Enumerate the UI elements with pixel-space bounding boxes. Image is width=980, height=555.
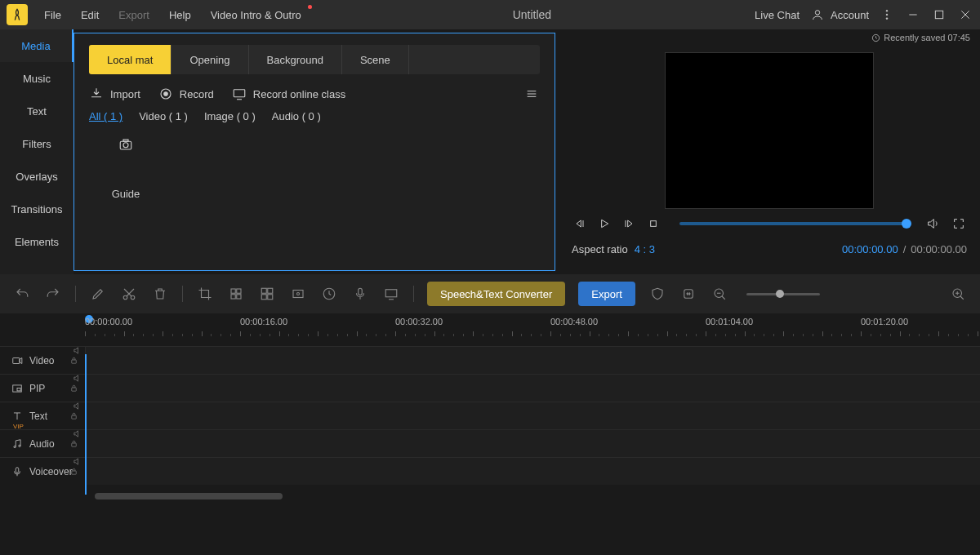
track-label-video: Video [0, 347, 85, 374]
scrollbar-thumb[interactable] [95, 493, 283, 500]
cut-button[interactable] [120, 285, 138, 303]
track-body[interactable] [85, 375, 980, 402]
track-lock-icon[interactable] [65, 411, 82, 420]
track-audio[interactable]: Audio [0, 429, 980, 457]
track-video[interactable]: Video [0, 346, 980, 374]
track-voiceover[interactable]: Voiceover [0, 457, 980, 485]
sidebar-item-overlays[interactable]: Overlays [0, 160, 74, 193]
track-label-text: TextVIP [0, 402, 85, 429]
track-lock-icon[interactable] [65, 356, 82, 365]
sidebar-item-transitions[interactable]: Transitions [0, 193, 74, 225]
svg-rect-24 [651, 221, 657, 227]
menu-help[interactable]: Help [161, 6, 199, 24]
fit-width-icon[interactable] [679, 285, 697, 303]
tab-local-mat[interactable]: Local mat [89, 45, 172, 74]
sidebar-item-media[interactable]: Media [0, 29, 74, 62]
play-button[interactable] [596, 215, 612, 232]
seek-knob[interactable] [902, 219, 911, 229]
tab-opening[interactable]: Opening [172, 45, 248, 74]
app-logo [7, 4, 28, 25]
track-lock-icon[interactable] [65, 384, 82, 393]
playhead-line[interactable] [85, 354, 87, 495]
delete-button[interactable] [151, 285, 169, 303]
voiceover-button[interactable] [351, 285, 369, 303]
fullscreen-icon[interactable] [951, 215, 967, 232]
filter-all[interactable]: All ( 1 ) [89, 110, 122, 122]
seek-bar[interactable] [679, 222, 906, 225]
maximize-button[interactable] [931, 7, 947, 23]
sidebar-item-text[interactable]: Text [0, 95, 74, 127]
undo-button[interactable] [13, 285, 31, 303]
prev-frame-button[interactable] [572, 215, 588, 232]
account-menu[interactable]: Account [809, 7, 869, 23]
zoom-out-icon[interactable] [710, 285, 728, 303]
menu-file[interactable]: File [36, 6, 69, 24]
track-body[interactable] [85, 458, 980, 485]
record-online-label: Record online class [253, 88, 345, 100]
svg-line-43 [722, 296, 725, 300]
tab-scene[interactable]: Scene [342, 45, 409, 74]
sidebar-item-music[interactable]: Music [0, 62, 74, 95]
track-body[interactable] [85, 402, 980, 429]
split-button[interactable] [258, 285, 276, 303]
import-button[interactable]: Import [89, 87, 140, 101]
screen-record-button[interactable] [382, 285, 400, 303]
media-item-guide[interactable]: Guide [89, 137, 163, 200]
timeline-ruler[interactable]: 00:00:00.0000:00:16.0000:00:32.0000:00:4… [85, 313, 980, 346]
shield-icon[interactable] [648, 285, 666, 303]
freeze-frame-button[interactable] [289, 285, 307, 303]
filter-video[interactable]: Video ( 1 ) [139, 110, 188, 122]
edit-button[interactable] [89, 285, 107, 303]
stop-button[interactable] [645, 215, 662, 232]
redo-button[interactable] [44, 285, 62, 303]
close-button[interactable] [957, 7, 973, 23]
menu-edit[interactable]: Edit [73, 6, 107, 24]
duration-button[interactable] [320, 285, 338, 303]
aspect-value[interactable]: 4 : 3 [635, 243, 655, 255]
track-body[interactable] [85, 347, 980, 374]
track-label-pip: PIP [0, 375, 85, 402]
more-icon[interactable] [879, 7, 895, 23]
track-text[interactable]: TextVIP [0, 402, 980, 429]
list-view-icon[interactable] [523, 86, 540, 102]
sidebar-item-filters[interactable]: Filters [0, 127, 74, 160]
menu-intro-outro[interactable]: Video Intro & Outro [203, 6, 310, 24]
crop-button[interactable] [196, 285, 214, 303]
mosaic-button[interactable] [227, 285, 245, 303]
filter-audio[interactable]: Audio ( 0 ) [272, 110, 321, 122]
sidebar-item-elements[interactable]: Elements [0, 225, 74, 258]
track-body[interactable] [85, 430, 980, 457]
titlebar: File Edit Export Help Video Intro & Outr… [0, 0, 980, 29]
svg-point-56 [14, 446, 16, 447]
ruler-label: 00:00:00.00 [85, 317, 132, 326]
track-pip[interactable]: PIP [0, 374, 980, 402]
volume-icon[interactable] [924, 215, 941, 232]
export-button[interactable]: Export [578, 282, 635, 306]
live-chat-link[interactable]: Live Chat [755, 9, 800, 21]
track-lock-icon[interactable] [65, 467, 82, 476]
svg-point-9 [164, 92, 168, 96]
document-title: Untitled [310, 8, 755, 21]
preview-panel: Recently saved 07:45 Aspect ratio 4 : 3 … [559, 29, 980, 274]
svg-rect-55 [71, 415, 76, 419]
timeline-toolbar: Speech&Text Converter Export [0, 274, 980, 313]
track-lock-icon[interactable] [65, 439, 82, 448]
zoom-in-icon[interactable] [949, 285, 967, 303]
svg-rect-31 [261, 288, 266, 293]
record-button[interactable]: Record [158, 87, 214, 101]
svg-rect-49 [13, 357, 20, 363]
speech-text-button[interactable]: Speech&Text Converter [427, 282, 565, 306]
minimize-button[interactable] [905, 7, 921, 23]
next-frame-button[interactable] [621, 215, 637, 232]
menu-export[interactable]: Export [110, 6, 158, 24]
preview-video[interactable] [665, 52, 874, 209]
zoom-knob[interactable] [776, 290, 784, 298]
tab-background[interactable]: Background [249, 45, 342, 74]
record-online-button[interactable]: Record online class [232, 87, 345, 101]
zoom-slider[interactable] [746, 293, 820, 295]
ruler-label: 00:01:04.00 [706, 317, 753, 326]
svg-rect-29 [231, 295, 235, 299]
ruler-label: 00:01:20.00 [861, 317, 908, 326]
filter-image[interactable]: Image ( 0 ) [204, 110, 256, 122]
timeline-scrollbar[interactable] [85, 493, 980, 501]
